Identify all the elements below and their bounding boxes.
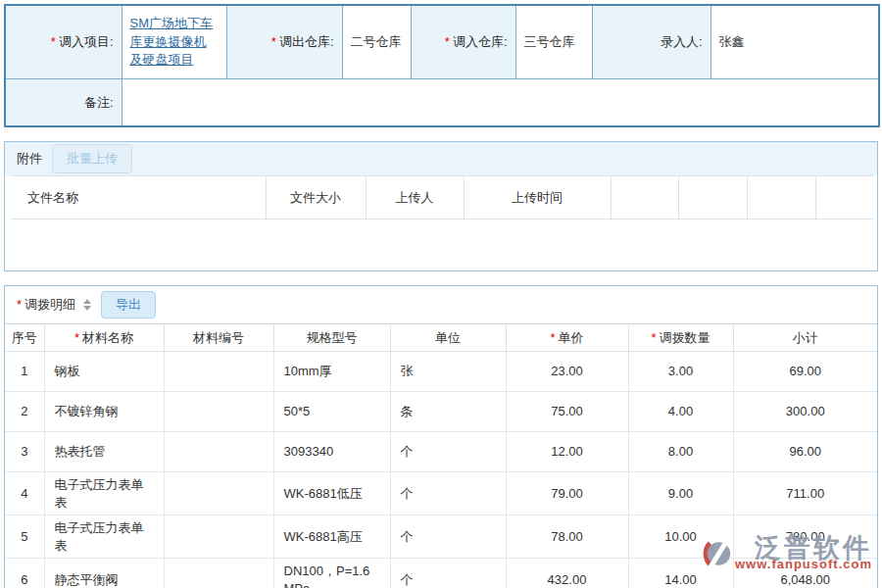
cell-code — [164, 559, 273, 588]
cell-spec: 50*5 — [273, 392, 390, 432]
cell-unit: 个 — [390, 472, 506, 515]
cell-qty: 10.00 — [628, 515, 733, 559]
batch-upload-button[interactable]: 批量上传 — [52, 144, 132, 173]
cell-unit: 张 — [390, 352, 506, 392]
export-button[interactable]: 导出 — [101, 291, 156, 318]
field-value-recorder: 张鑫 — [710, 5, 879, 79]
cell-code — [164, 472, 273, 515]
cell-no: 1 — [5, 352, 44, 392]
cell-spec: WK-6881高压 — [273, 515, 390, 559]
field-value-in-warehouse: 三号仓库 — [515, 5, 592, 79]
detail-col-1: *材料名称 — [44, 324, 164, 352]
details-title: *调拨明细 — [17, 296, 75, 314]
cell-unit: 个 — [390, 432, 506, 472]
detail-col-0: 序号 — [5, 324, 44, 352]
attachments-table: 文件名称 文件大小 上传人 上传时间 — [11, 175, 873, 220]
material-row: 3热表托管3093340个12.008.0096.00 — [5, 432, 877, 472]
file-col-empty — [747, 176, 815, 220]
detail-col-5: *单价 — [506, 324, 628, 352]
material-row: 1钢板10mm厚张23.003.0069.00 — [5, 352, 877, 392]
file-col-empty — [678, 176, 747, 220]
details-header-row: 序号*材料名称材料编号规格型号单位*单价*调拨数量小计 — [5, 324, 877, 352]
file-col-empty — [815, 176, 873, 220]
cell-name: 电子式压力表单表 — [44, 472, 164, 515]
attachments-section: 附件 批量上传 文件名称 文件大小 上传人 上传时间 — [4, 141, 878, 271]
cell-no: 5 — [5, 515, 44, 559]
cell-subtotal: 6,048.00 — [733, 559, 877, 588]
required-asterisk: * — [74, 330, 79, 345]
transfer-form: *调入项目: SM广场地下车库更换摄像机及硬盘项目 *调出仓库: 二号仓库 *调… — [4, 4, 880, 127]
cell-qty: 14.00 — [628, 559, 733, 588]
details-titlebar: *调拨明细 导出 — [5, 286, 877, 323]
detail-col-3: 规格型号 — [273, 324, 390, 352]
cell-price: 12.00 — [506, 432, 628, 472]
cell-qty: 3.00 — [628, 352, 733, 392]
cell-no: 4 — [5, 472, 44, 515]
cell-code — [164, 352, 273, 392]
material-row: 2不镀锌角钢50*5条75.004.00300.00 — [5, 392, 877, 432]
field-label-recorder: 录入人: — [592, 5, 710, 79]
cell-price: 23.00 — [506, 352, 628, 392]
cell-name: 热表托管 — [44, 432, 164, 472]
field-label-in-warehouse: *调入仓库: — [411, 5, 515, 79]
page: *调入项目: SM广场地下车库更换摄像机及硬盘项目 *调出仓库: 二号仓库 *调… — [0, 0, 882, 588]
cell-code — [164, 432, 273, 472]
file-col-time: 上传时间 — [464, 176, 611, 220]
file-col-name: 文件名称 — [11, 176, 266, 220]
cell-price: 432.00 — [506, 559, 628, 588]
required-asterisk: * — [445, 34, 450, 49]
required-asterisk: * — [17, 297, 22, 312]
cell-name: 电子式压力表单表 — [44, 515, 164, 559]
field-value-out-warehouse: 二号仓库 — [342, 5, 411, 79]
cell-code — [164, 515, 273, 559]
required-asterisk: * — [651, 330, 656, 345]
cell-name: 不镀锌角钢 — [44, 392, 164, 432]
file-col-size: 文件大小 — [266, 176, 366, 220]
field-label-out-warehouse: *调出仓库: — [226, 5, 342, 79]
material-row: 4电子式压力表单表WK-6881低压个79.009.00711.00 — [5, 472, 877, 515]
attachments-titlebar: 附件 批量上传 — [5, 142, 877, 175]
cell-name: 静态平衡阀 — [44, 559, 164, 588]
cell-subtotal: 69.00 — [733, 352, 877, 392]
cell-no: 2 — [5, 392, 44, 432]
details-section: *调拨明细 导出 序号*材料名称材料编号规格型号单位*单价*调拨数量小计 1钢板… — [4, 285, 878, 588]
cell-qty: 8.00 — [628, 432, 733, 472]
cell-subtotal: 300.00 — [733, 392, 877, 432]
cell-spec: 10mm厚 — [273, 352, 390, 392]
attachments-title: 附件 — [17, 150, 42, 168]
cell-unit: 个 — [390, 515, 506, 559]
cell-qty: 9.00 — [628, 472, 733, 515]
field-value-project: SM广场地下车库更换摄像机及硬盘项目 — [122, 5, 226, 79]
required-asterisk: * — [271, 34, 276, 49]
cell-no: 3 — [5, 432, 44, 472]
detail-col-7: 小计 — [733, 324, 877, 352]
cell-name: 钢板 — [44, 352, 164, 392]
material-row: 6静态平衡阀DN100，P=1.6MPa个432.0014.006,048.00 — [5, 559, 877, 588]
field-label-remark: 备注: — [5, 79, 122, 127]
cell-price: 79.00 — [506, 472, 628, 515]
cell-unit: 个 — [390, 559, 506, 588]
project-link[interactable]: SM广场地下车库更换摄像机及硬盘项目 — [130, 16, 214, 68]
cell-subtotal: 96.00 — [733, 432, 877, 472]
detail-col-4: 单位 — [390, 324, 506, 352]
file-col-empty — [611, 176, 678, 220]
cell-spec: DN100，P=1.6MPa — [273, 559, 390, 588]
required-asterisk: * — [51, 34, 56, 49]
cell-subtotal: 780.00 — [733, 515, 877, 559]
cell-code — [164, 392, 273, 432]
cell-price: 75.00 — [506, 392, 628, 432]
cell-subtotal: 711.00 — [733, 472, 877, 515]
cell-spec: 3093340 — [273, 432, 390, 472]
field-label-project: *调入项目: — [5, 5, 122, 79]
cell-no: 6 — [5, 559, 44, 588]
field-value-remark — [122, 79, 879, 127]
cell-qty: 4.00 — [628, 392, 733, 432]
cell-unit: 条 — [390, 392, 506, 432]
cell-spec: WK-6881低压 — [273, 472, 390, 515]
file-col-uploader: 上传人 — [366, 176, 464, 220]
attachments-empty-area — [5, 220, 877, 270]
required-asterisk: * — [550, 330, 555, 345]
detail-col-2: 材料编号 — [164, 324, 273, 352]
sort-icon[interactable] — [83, 299, 91, 311]
detail-col-6: *调拨数量 — [628, 324, 733, 352]
